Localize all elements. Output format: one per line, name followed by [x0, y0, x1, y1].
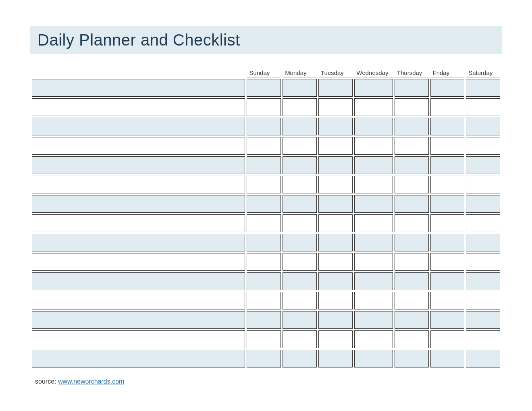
header-task: [32, 68, 245, 77]
table-row[interactable]: [32, 176, 500, 193]
header-saturday: Saturday: [466, 68, 500, 77]
header-wednesday: Wednesday: [354, 68, 393, 77]
source-line: source: www.neworchards.com: [35, 378, 502, 385]
table-row[interactable]: [32, 350, 500, 367]
table-row[interactable]: [32, 156, 500, 174]
table-row[interactable]: [32, 253, 500, 271]
planner-table: Sunday Monday Tuesday Wednesday Thursday…: [30, 66, 502, 369]
header-sunday: Sunday: [247, 68, 281, 77]
table-row[interactable]: [32, 79, 500, 97]
table-row[interactable]: [32, 137, 500, 155]
table-row[interactable]: [32, 214, 500, 232]
table-row[interactable]: [32, 330, 500, 348]
table-row[interactable]: [32, 311, 500, 329]
table-row[interactable]: [32, 195, 500, 213]
title-bar: Daily Planner and Checklist: [30, 26, 502, 54]
table-row[interactable]: [32, 98, 500, 116]
table-row[interactable]: [32, 118, 500, 135]
page-title: Daily Planner and Checklist: [37, 31, 495, 49]
header-friday: Friday: [430, 68, 465, 77]
source-label: source:: [35, 378, 58, 385]
planner-body: [32, 79, 500, 367]
header-row: Sunday Monday Tuesday Wednesday Thursday…: [32, 68, 500, 77]
source-link[interactable]: www.neworchards.com: [58, 378, 125, 385]
header-thursday: Thursday: [395, 68, 429, 77]
header-tuesday: Tuesday: [318, 68, 353, 77]
table-row[interactable]: [32, 292, 500, 309]
table-row[interactable]: [32, 234, 500, 251]
header-monday: Monday: [283, 68, 317, 77]
table-row[interactable]: [32, 272, 500, 290]
